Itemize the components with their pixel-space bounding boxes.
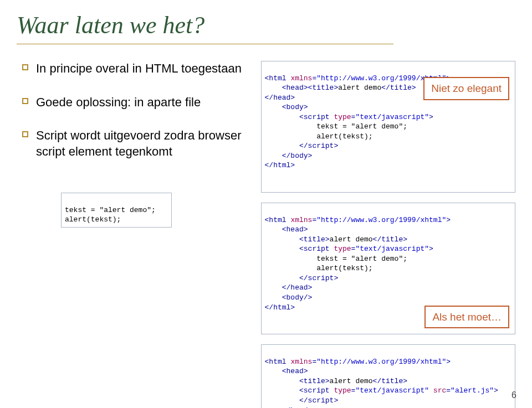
- bullet-item: In principe overal in HTML toegestaan: [22, 61, 250, 77]
- bullet-item: Goede oplossing: in aparte file: [22, 95, 250, 111]
- annotation-label-1: Niet zo elegant: [423, 77, 509, 100]
- code-snippet-external-js: tekst = "alert demo"; alert(tekst);: [61, 193, 172, 228]
- annotation-label-2: Als het moet…: [424, 306, 509, 329]
- bullet-text: In principe overal in HTML toegestaan: [36, 61, 242, 77]
- slide-title: Waar laten we het?: [17, 11, 515, 39]
- code-block-external-script: <html xmlns="http://www.w3.org/1999/xhtm…: [261, 344, 515, 408]
- bullet-square-icon: [22, 131, 28, 137]
- bullet-square-icon: [22, 98, 28, 104]
- bullet-square-icon: [22, 64, 28, 70]
- code-block-body-script: <html xmlns="http://www.w3.org/1999/xhtm…: [261, 61, 515, 193]
- bullet-text: Script wordt uitgevoerd zodra browser sc…: [36, 128, 250, 159]
- title-underline: [17, 44, 393, 44]
- page-number: 6: [511, 390, 516, 400]
- code-block-head-script: <html xmlns="http://www.w3.org/1999/xhtm…: [261, 203, 515, 334]
- bullet-item: Script wordt uitgevoerd zodra browser sc…: [22, 128, 250, 159]
- bullet-text: Goede oplossing: in aparte file: [36, 95, 201, 111]
